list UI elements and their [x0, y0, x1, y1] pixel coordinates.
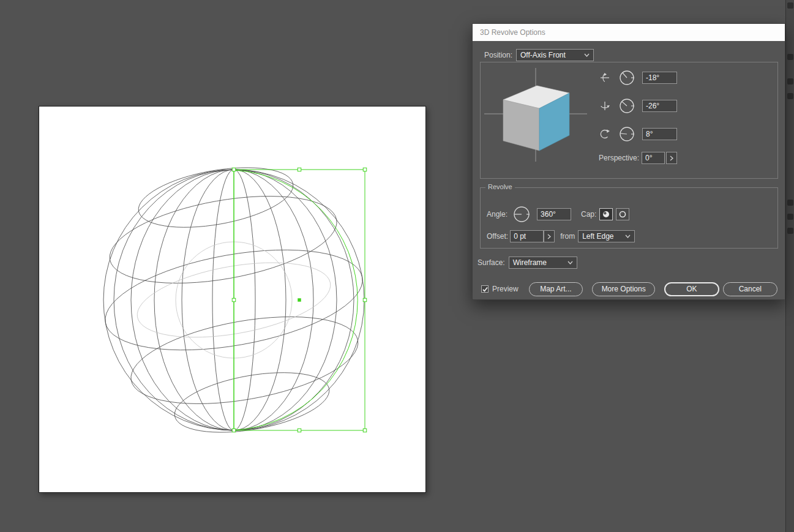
- dialog-title: 3D Revolve Options: [480, 28, 545, 37]
- angle-label: Angle:: [487, 210, 507, 219]
- artboard: [39, 106, 426, 493]
- cancel-button[interactable]: Cancel: [723, 282, 777, 296]
- surface-dropdown[interactable]: Wireframe: [509, 257, 577, 269]
- angle-dial[interactable]: [512, 205, 531, 223]
- chevron-right-icon: [670, 155, 673, 161]
- dialog-titlebar[interactable]: 3D Revolve Options: [473, 24, 785, 41]
- rotate-x-axis-icon: [599, 72, 610, 83]
- perspective-label: Perspective:: [597, 154, 639, 162]
- preview-label: Preview: [492, 285, 519, 293]
- position-label: Position:: [484, 51, 512, 59]
- rotate-y-input[interactable]: [642, 100, 677, 112]
- revolve-group-label: Revolve: [485, 183, 515, 190]
- cap-label: Cap:: [581, 210, 596, 219]
- more-options-button[interactable]: More Options: [592, 282, 655, 296]
- chevron-right-icon: [547, 234, 551, 239]
- chevron-down-icon: [584, 53, 590, 57]
- rotate-y-dial[interactable]: [618, 97, 635, 114]
- dock-panel-icon[interactable]: [787, 93, 793, 99]
- angle-input[interactable]: [537, 208, 571, 220]
- chevron-down-icon: [625, 234, 631, 238]
- rotate-z-input[interactable]: [642, 128, 677, 140]
- perspective-input[interactable]: [642, 152, 665, 164]
- dock-panel-icon[interactable]: [787, 54, 793, 60]
- offset-edge-dropdown[interactable]: Left Edge: [578, 230, 635, 242]
- dock-panel-icon[interactable]: [787, 228, 793, 234]
- surface-label: Surface:: [478, 258, 505, 267]
- preview-checkbox[interactable]: [481, 285, 489, 293]
- selection-center-point: [298, 298, 301, 302]
- map-art-button[interactable]: Map Art...: [529, 282, 583, 296]
- offset-label: Offset:: [487, 232, 508, 241]
- offset-input[interactable]: [510, 230, 544, 242]
- checkmark-icon: [482, 286, 488, 293]
- chevron-down-icon: [567, 261, 573, 264]
- panel-dock-strip: [785, 0, 794, 532]
- rotate-x-input[interactable]: [642, 72, 677, 84]
- dock-panel-icon[interactable]: [787, 214, 793, 220]
- revolve-profile-path[interactable]: [234, 170, 358, 430]
- revolve-group: Revolve Angle: Cap:: [480, 187, 778, 249]
- rotate-z-dial[interactable]: [618, 126, 635, 143]
- rotate-x-dial[interactable]: [618, 69, 635, 86]
- position-dropdown[interactable]: Off-Axis Front: [516, 49, 594, 61]
- position-value: Off-Axis Front: [520, 51, 566, 59]
- dock-panel-icon[interactable]: [787, 78, 793, 84]
- perspective-slider-button[interactable]: [666, 152, 677, 164]
- rotate-z-axis-icon: [599, 129, 610, 140]
- offset-slider-button[interactable]: [544, 230, 555, 242]
- offset-edge-value: Left Edge: [582, 232, 613, 241]
- dock-panel-icon[interactable]: [787, 2, 793, 9]
- ok-button[interactable]: OK: [664, 282, 719, 296]
- position-group: Perspective:: [480, 62, 778, 179]
- track-cube[interactable]: [483, 65, 590, 166]
- cap-on-button[interactable]: [599, 208, 613, 220]
- cap-hollow-icon: [618, 210, 627, 219]
- selection-handles[interactable]: [232, 168, 367, 432]
- rotate-y-axis-icon: [599, 100, 610, 111]
- cap-solid-icon: [602, 210, 610, 219]
- dock-panel-icon[interactable]: [787, 200, 793, 206]
- surface-value: Wireframe: [513, 258, 547, 267]
- wireframe-sphere-artwork[interactable]: [39, 107, 427, 493]
- offset-from-label: from: [560, 232, 575, 241]
- selection-overlay[interactable]: [232, 168, 367, 432]
- 3d-revolve-options-dialog: 3D Revolve Options Position: Off-Axis Fr…: [472, 23, 785, 300]
- cap-off-button[interactable]: [616, 208, 629, 220]
